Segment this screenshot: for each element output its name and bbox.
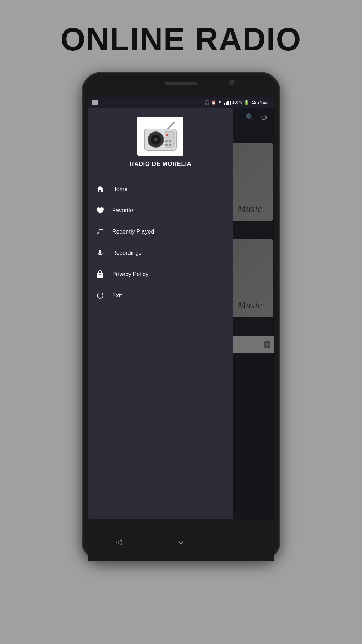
nav-drawer: RADIO DE MORELIA Home — [88, 108, 233, 519]
battery-percent: 100 % — [232, 101, 242, 105]
status-icons: 🎧 ⏰ ▼ 100 % 🔋 12:24 a.m. — [204, 100, 270, 105]
phone-screen: 🎧 ⏰ ▼ 100 % 🔋 12:24 a.m. — [88, 97, 274, 519]
lock-icon — [95, 269, 105, 279]
drawer-app-name: RADIO DE MORELIA — [130, 161, 191, 168]
drawer-item-recordings-label: Recordings — [112, 250, 142, 256]
home-button[interactable]: ○ — [174, 537, 188, 547]
screen-content: ☰ relia 🔍 ⏻ E RECENTLY PLA... — [88, 108, 274, 519]
back-button[interactable]: ◁ — [112, 537, 126, 547]
page-background: ONLINE RADIO 🎧 ⏰ ▼ — [0, 0, 362, 644]
svg-point-13 — [154, 138, 158, 141]
drawer-item-home-label: Home — [112, 186, 127, 192]
drawer-item-exit-label: Exit — [112, 292, 122, 299]
heart-icon — [95, 206, 105, 215]
svg-rect-16 — [166, 134, 168, 136]
drawer-nav: Home Favorite — [88, 175, 233, 519]
signal-icon — [223, 101, 231, 105]
phone-camera — [229, 80, 234, 85]
drawer-header: RADIO DE MORELIA — [88, 108, 233, 175]
page-title: ONLINE RADIO — [60, 21, 301, 58]
power-off-icon — [95, 291, 105, 301]
mic-icon — [95, 248, 105, 258]
svg-point-19 — [165, 144, 168, 146]
svg-point-20 — [169, 144, 171, 146]
recent-button[interactable]: □ — [236, 537, 250, 547]
headphone-status-icon: 🎧 — [204, 100, 210, 105]
status-bar-left-icon — [92, 100, 98, 105]
drawer-item-home[interactable]: Home — [88, 179, 233, 200]
radio-logo-svg — [141, 120, 180, 152]
phone-bottom-nav: ◁ ○ □ — [88, 522, 274, 561]
svg-line-15 — [168, 122, 175, 129]
status-time: 12:24 a.m. — [252, 100, 270, 105]
drawer-item-favorite-label: Favorite — [112, 207, 133, 214]
phone-wrapper: 🎧 ⏰ ▼ 100 % 🔋 12:24 a.m. — [82, 72, 280, 561]
home-icon — [95, 184, 105, 194]
drawer-logo — [137, 117, 183, 156]
drawer-item-exit[interactable]: Exit — [88, 285, 233, 306]
clock-status-icon: ⏰ — [211, 100, 216, 105]
drawer-item-favorite[interactable]: Favorite — [88, 200, 233, 221]
phone-speaker — [165, 82, 197, 85]
drawer-item-privacy-label: Privacy Policy — [112, 271, 148, 278]
battery-icon: 🔋 — [244, 100, 249, 105]
drawer-item-recently-played-label: Recently Played — [112, 229, 154, 235]
wifi-icon: ▼ — [218, 100, 222, 105]
drawer-item-privacy-policy[interactable]: Privacy Policy — [88, 264, 233, 285]
status-bar: 🎧 ⏰ ▼ 100 % 🔋 12:24 a.m. — [88, 97, 274, 108]
drawer-item-recordings[interactable]: Recordings — [88, 242, 233, 264]
drawer-item-recently-played[interactable]: Recently Played — [88, 221, 233, 242]
music-note-icon — [95, 227, 105, 237]
drawer-dim-overlay[interactable] — [233, 108, 274, 519]
svg-point-18 — [169, 140, 171, 142]
svg-point-17 — [165, 140, 168, 142]
